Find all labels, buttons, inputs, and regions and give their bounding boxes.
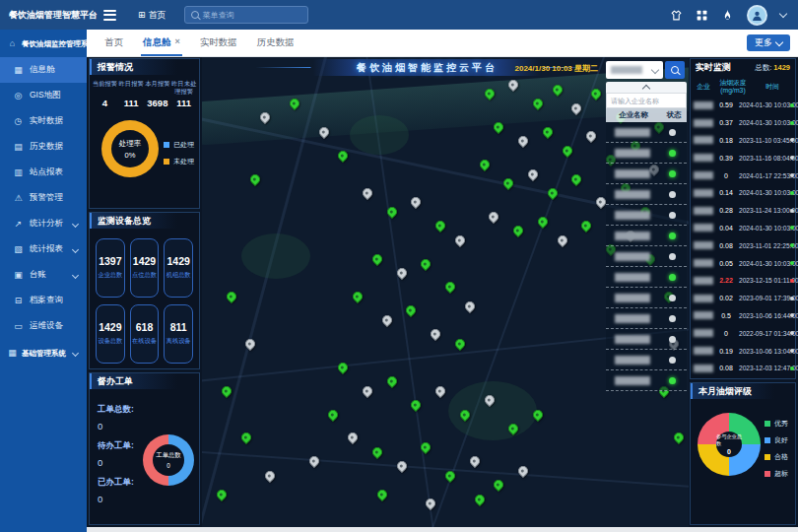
map-marker[interactable] xyxy=(326,407,340,421)
enterprise-row[interactable] xyxy=(606,370,687,391)
map-marker[interactable] xyxy=(579,219,593,233)
gis-map[interactable]: 餐饮油烟智能监控云平台 2024/1/30 10:03 星期二 请输入企业名称 … xyxy=(202,56,689,527)
map-marker[interactable] xyxy=(375,488,389,501)
more-button[interactable]: 更多 xyxy=(747,34,790,51)
map-marker[interactable] xyxy=(584,129,598,143)
map-marker[interactable] xyxy=(536,214,550,228)
tab-2[interactable]: 信息舱× xyxy=(141,30,182,56)
realtime-row[interactable]: 0.282023-11-24 13:00:00 xyxy=(691,202,795,220)
map-marker[interactable] xyxy=(336,361,350,374)
map-marker[interactable] xyxy=(225,290,238,303)
map-marker[interactable] xyxy=(556,233,569,247)
sidebar-group-base-system[interactable]: ▦基础管理系统 xyxy=(0,339,87,366)
map-marker[interactable] xyxy=(478,158,492,171)
enterprise-row[interactable] xyxy=(606,143,687,164)
tab-1[interactable]: 首页 xyxy=(102,30,125,56)
map-marker[interactable] xyxy=(370,252,384,266)
realtime-row[interactable]: 0.082023-11-01 22:25:00 xyxy=(691,236,795,254)
map-marker[interactable] xyxy=(215,488,229,501)
realtime-row[interactable]: 0.052024-01-30 10:03:00 xyxy=(691,254,795,272)
region-select[interactable] xyxy=(606,61,663,79)
map-marker[interactable] xyxy=(492,478,505,492)
sidebar-item-5[interactable]: ▥站点报表 xyxy=(0,160,87,185)
realtime-row[interactable]: 2.222023-12-15 01:11:00 xyxy=(691,272,795,290)
flame-icon[interactable] xyxy=(721,9,734,22)
map-marker[interactable] xyxy=(385,374,399,388)
enterprise-row[interactable] xyxy=(606,205,687,226)
sidebar-item-1[interactable]: ▦信息舱 xyxy=(0,57,87,83)
realtime-row[interactable]: 0.392023-11-16 08:04:00 xyxy=(691,149,795,166)
map-marker[interactable] xyxy=(346,431,360,444)
map-marker[interactable] xyxy=(220,384,233,398)
map-marker[interactable] xyxy=(453,233,467,247)
sidebar-item-7[interactable]: ↗统计分析 xyxy=(0,211,87,236)
map-marker[interactable] xyxy=(248,171,262,185)
map-marker[interactable] xyxy=(409,398,423,412)
map-marker[interactable] xyxy=(473,492,487,505)
map-marker[interactable] xyxy=(409,195,423,209)
tab-close-icon[interactable]: × xyxy=(175,30,180,54)
map-marker[interactable] xyxy=(433,384,447,398)
map-marker[interactable] xyxy=(433,219,447,233)
enterprise-row[interactable] xyxy=(606,308,687,329)
map-marker[interactable] xyxy=(526,167,540,181)
map-marker[interactable] xyxy=(424,497,437,510)
sidebar-item-8[interactable]: ▧统计报表 xyxy=(0,236,87,262)
sidebar-item-9[interactable]: ▣台账 xyxy=(0,262,87,288)
map-marker[interactable] xyxy=(453,337,467,351)
enterprise-row[interactable] xyxy=(606,329,687,350)
user-avatar[interactable] xyxy=(747,5,767,26)
sidebar-item-4[interactable]: ▤历史数据 xyxy=(0,134,87,160)
enterprise-row[interactable] xyxy=(606,350,687,370)
enterprise-name-input[interactable]: 请输入企业名称 xyxy=(606,93,687,108)
map-marker[interactable] xyxy=(263,469,277,483)
enterprise-row[interactable] xyxy=(606,226,687,246)
map-marker[interactable] xyxy=(351,290,365,303)
map-marker[interactable] xyxy=(380,313,394,327)
map-marker[interactable] xyxy=(361,186,374,200)
realtime-row[interactable]: 02022-09-17 01:34:00 xyxy=(691,324,795,342)
realtime-row[interactable]: 0.082023-12-03 12:47:00 xyxy=(691,360,795,377)
enterprise-row[interactable] xyxy=(606,164,687,184)
sidebar-item-6[interactable]: ⚠预警管理 xyxy=(0,185,87,211)
map-marker[interactable] xyxy=(468,454,482,468)
sidebar-item-3[interactable]: ◷实时数据 xyxy=(0,108,87,134)
realtime-row[interactable]: 0.042024-01-30 10:03:00 xyxy=(691,220,795,237)
map-marker[interactable] xyxy=(516,134,530,148)
menu-toggle-icon[interactable] xyxy=(103,10,116,21)
dropdown-collapse-button[interactable] xyxy=(606,82,687,93)
map-marker[interactable] xyxy=(541,125,555,139)
map-marker[interactable] xyxy=(501,176,515,190)
theme-skin-icon[interactable] xyxy=(670,9,683,22)
map-marker[interactable] xyxy=(429,327,442,341)
sidebar-item-2[interactable]: ◎GIS地图 xyxy=(0,83,87,108)
realtime-row[interactable]: 02024-01-17 22:53:00 xyxy=(691,166,795,184)
enterprise-row[interactable] xyxy=(606,246,687,267)
map-marker[interactable] xyxy=(307,454,321,468)
sidebar-group-monitor-system[interactable]: ⌂餐饮油烟监控管理系统 xyxy=(0,30,87,57)
map-marker[interactable] xyxy=(569,171,583,185)
apps-grid-icon[interactable] xyxy=(696,9,708,22)
realtime-row[interactable]: 0.182023-11-10 03:45:00 xyxy=(691,132,795,150)
tab-4[interactable]: 历史数据 xyxy=(255,30,297,56)
topbar-home-chip[interactable]: ⊞ 首页 xyxy=(138,9,166,22)
map-marker[interactable] xyxy=(463,299,477,312)
menu-search-input[interactable]: 菜单查询 xyxy=(184,6,308,24)
map-marker[interactable] xyxy=(395,459,409,473)
realtime-row[interactable]: 0.592024-01-30 10:03:00 xyxy=(691,97,795,114)
map-marker[interactable] xyxy=(443,280,457,294)
enterprise-row[interactable] xyxy=(606,267,687,288)
map-marker[interactable] xyxy=(419,256,432,270)
map-marker[interactable] xyxy=(361,384,374,398)
enterprise-row[interactable] xyxy=(606,184,687,205)
user-menu-chevron-icon[interactable] xyxy=(779,10,787,18)
map-marker[interactable] xyxy=(238,431,252,444)
map-marker[interactable] xyxy=(511,224,525,237)
map-marker[interactable] xyxy=(370,445,384,459)
realtime-row[interactable]: 0.52023-10-06 16:44:00 xyxy=(691,307,795,325)
sidebar-item-11[interactable]: ▭运维设备 xyxy=(0,313,87,339)
realtime-row[interactable]: 0.192023-10-06 13:04:00 xyxy=(691,342,795,360)
realtime-row[interactable]: 0.372024-01-30 10:03:00 xyxy=(691,114,795,132)
enterprise-row[interactable] xyxy=(606,288,687,308)
realtime-row[interactable]: 0.142024-01-30 10:03:00 xyxy=(691,184,795,202)
